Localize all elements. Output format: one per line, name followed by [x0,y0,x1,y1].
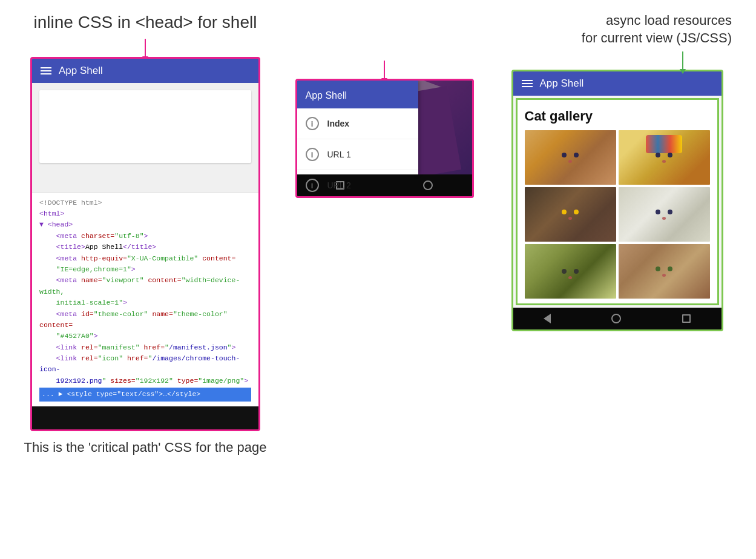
nav-item-url2[interactable]: i URL 2 [297,170,418,198]
cat-image-1 [525,130,616,185]
right-arrow [682,51,683,70]
cat-image-3 [525,187,616,242]
gallery-content: Cat gallery [516,98,719,305]
right-label-top: async load resourcesfor current view (JS… [582,12,738,47]
right-section: async load resourcesfor current view (JS… [496,12,738,455]
right-hamburger-icon[interactable] [522,80,533,87]
nav-label-url2: URL 2 [327,180,351,190]
nav-label-index: Index [327,119,350,128]
home-btn[interactable] [423,180,433,190]
cat-image-2 [619,130,710,185]
left-section: inline CSS in <head> for shell App Shell… [18,12,272,455]
main-container: inline CSS in <head> for shell App Shell… [0,0,756,468]
gallery-title: Cat gallery [525,108,710,124]
info-icon-url2: i [306,179,319,192]
right-phone-bottom-nav [513,308,721,329]
middle-phone-inner: App shell App Shell i Index i URL 1 [297,81,472,174]
left-phone-bottom-bar [32,406,258,429]
recents-btn-right[interactable] [682,314,691,323]
dark-overlay [415,81,472,174]
info-icon-url1: i [306,148,319,161]
right-topbar: App Shell [513,71,721,96]
middle-arrow [384,61,385,79]
left-phone-content [32,83,258,192]
cat-image-6 [619,244,710,299]
nav-label-url1: URL 1 [327,150,351,159]
cat-image-4 [619,187,710,242]
left-topbar-title: App Shell [59,65,103,77]
left-label-top: inline CSS in <head> for shell [34,12,257,33]
nav-item-index[interactable]: i Index [297,108,418,139]
nav-item-url1[interactable]: i URL 1 [297,139,418,170]
left-topbar: App Shell [32,59,258,83]
nav-drawer-header: App Shell [297,81,418,108]
bottom-label: This is the 'critical path' CSS for the … [24,440,267,455]
drawer-title: App Shell [306,90,347,101]
right-topbar-title: App Shell [540,78,584,90]
code-block: <!DOCTYPE html> <html> ▼ <head> <meta ch… [32,192,258,406]
hamburger-icon[interactable] [41,67,51,74]
left-phone-mock: App Shell <!DOCTYPE html> <html> ▼ <head… [30,57,260,431]
info-icon-index: i [306,117,319,130]
home-btn-right[interactable] [611,314,621,323]
middle-section: App shell App Shell i Index i URL 1 [291,61,478,455]
white-card [39,90,251,163]
back-btn[interactable] [544,314,551,323]
cat-image-5 [525,244,616,299]
middle-phone-mock: App shell App Shell i Index i URL 1 [295,79,474,198]
right-phone-mock: App Shell Cat gallery [511,70,723,331]
left-arrow [145,39,146,57]
gallery-grid [525,130,710,299]
code-highlight-line: ... ► <style type="text/css">…</style> [39,388,251,401]
nav-drawer: App Shell i Index i URL 1 i URL 2 [297,81,418,174]
